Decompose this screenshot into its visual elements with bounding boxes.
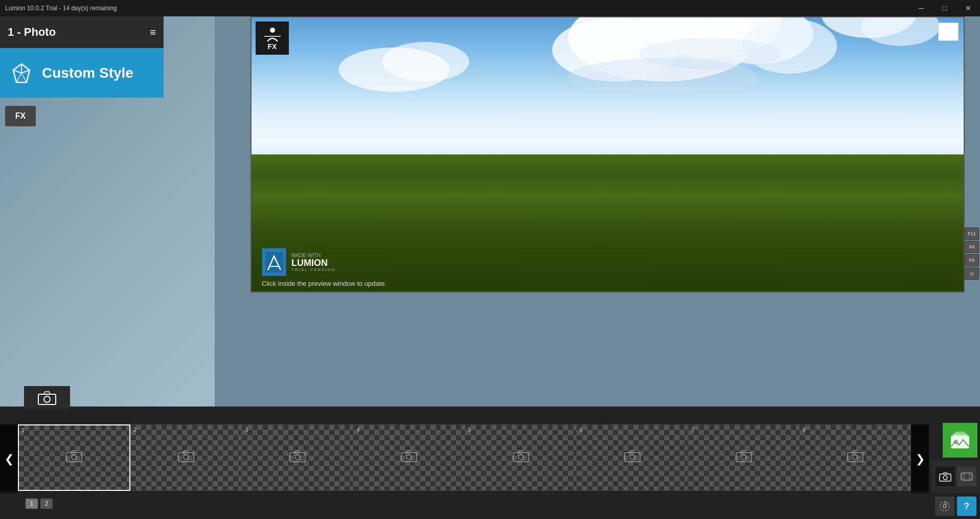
filmstrip-item-number: 8 [803, 426, 806, 433]
filmstrip-prev-button[interactable]: ❮ [0, 424, 18, 493]
svg-rect-36 [953, 434, 967, 436]
svg-point-34 [853, 455, 858, 460]
svg-rect-29 [625, 453, 640, 462]
viewport-fx-label: FX [268, 42, 277, 51]
svg-point-18 [44, 396, 50, 402]
titlebar: Lumion 10.0.2 Trial - 14 day(s) remainin… [0, 0, 980, 16]
custom-style-label: Custom Style [42, 65, 133, 81]
svg-rect-44 [961, 478, 963, 480]
active-photo-mode-button[interactable] [943, 423, 977, 458]
svg-point-32 [741, 455, 746, 460]
filmstrip-item-number: 5 [468, 426, 471, 433]
bottom-strip: ❮ 12345678 ❯ 1 2 [0, 407, 980, 519]
filmstrip-camera-icon [736, 449, 752, 466]
titlebar-title: Lumion 10.0.2 Trial - 14 day(s) remainin… [0, 5, 117, 12]
filmstrip-item-number: 7 [691, 426, 694, 433]
right-function-keys: F11 F8 F6 U [965, 228, 980, 280]
svg-rect-45 [970, 478, 972, 480]
filmstrip-item-3[interactable]: 3 [242, 424, 353, 491]
svg-rect-27 [513, 453, 529, 462]
filmstrip-next-button[interactable]: ❯ [911, 424, 929, 493]
viewport[interactable]: FX MADE WITH LUMION TRIAL VERSION Click … [250, 16, 965, 292]
svg-rect-42 [961, 473, 963, 476]
titlebar-controls: ─ □ ✕ [909, 0, 980, 16]
clouds-svg [252, 17, 964, 165]
svg-point-20 [72, 455, 77, 460]
settings-help-row: ? [931, 493, 980, 519]
mode-top-row [936, 467, 976, 486]
viewport-fx-button[interactable]: FX [256, 21, 289, 55]
svg-rect-19 [66, 453, 82, 462]
lumion-logo-box [262, 248, 286, 276]
svg-point-53 [940, 502, 949, 511]
filmstrip-camera-icon [289, 449, 306, 466]
svg-point-15 [270, 28, 275, 33]
filmstrip-camera-icon [66, 449, 82, 466]
f6-key[interactable]: F6 [965, 254, 979, 266]
svg-line-3 [21, 73, 27, 82]
filmstrip-item-1[interactable]: 1 [18, 424, 130, 491]
filmstrip-item-number: 1 [21, 427, 25, 433]
u-key[interactable]: U [965, 267, 979, 280]
photo-tab[interactable]: 1 - Photo ≡ [0, 16, 164, 48]
filmstrip-item-4[interactable]: 4 [353, 424, 465, 491]
photo-mode-button[interactable] [936, 467, 955, 486]
movie-mode-icon [961, 471, 973, 482]
svg-point-24 [295, 455, 300, 460]
photo-tab-title: 1 - Photo [8, 26, 56, 39]
svg-point-12 [861, 17, 940, 46]
viewport-sky [252, 17, 964, 165]
svg-rect-33 [848, 453, 863, 462]
filmstrip-item-number: 4 [356, 426, 359, 433]
svg-rect-25 [401, 453, 417, 462]
f8-key[interactable]: F8 [965, 241, 979, 253]
lumion-text: MADE WITH LUMION TRIAL VERSION [291, 253, 336, 272]
custom-style-button[interactable]: Custom Style [0, 48, 164, 98]
svg-line-2 [16, 73, 21, 82]
filmstrip-item-5[interactable]: 5 [465, 424, 577, 491]
svg-point-30 [630, 455, 635, 460]
camera-mode-icon [939, 471, 951, 482]
settings-button[interactable] [935, 497, 954, 516]
svg-rect-23 [290, 453, 305, 462]
minimize-button[interactable]: ─ [909, 0, 933, 16]
svg-point-22 [184, 455, 189, 460]
filmstrip-camera-icon [513, 449, 529, 466]
page-1-button[interactable]: 1 [26, 499, 38, 509]
filmstrip-item-6[interactable]: 6 [577, 424, 688, 491]
lumion-watermark: MADE WITH LUMION TRIAL VERSION [262, 248, 336, 276]
help-button[interactable]: ? [957, 497, 976, 516]
svg-rect-35 [951, 436, 969, 448]
filmstrip-item-8[interactable]: 8 [800, 424, 911, 491]
page-indicators: 1 2 [26, 499, 53, 509]
settings-icon [939, 501, 950, 512]
svg-rect-43 [970, 473, 972, 476]
filmstrip-camera-icon [847, 449, 863, 466]
f11-key[interactable]: F11 [965, 228, 979, 240]
svg-rect-39 [940, 474, 951, 481]
filmstrip-item-number: 3 [245, 426, 248, 433]
filmstrip-item-7[interactable]: 7 [688, 424, 800, 491]
page-2-button[interactable]: 2 [40, 499, 53, 509]
movie-mode-button[interactable] [957, 467, 976, 486]
fx-button[interactable]: FX [5, 106, 36, 126]
filmstrip-item-2[interactable]: 2 [130, 424, 242, 491]
restore-button[interactable]: □ [933, 0, 956, 16]
menu-icon[interactable]: ≡ [150, 27, 156, 38]
camera-icon-button[interactable] [24, 386, 70, 409]
close-button[interactable]: ✕ [956, 0, 980, 16]
svg-point-28 [518, 455, 523, 460]
filmstrip-item-number: 2 [133, 426, 136, 433]
person-landscape-icon [263, 26, 282, 42]
trial-text: TRIAL VERSION [291, 267, 336, 272]
svg-point-52 [943, 505, 946, 508]
viewport-thumbnail-square[interactable] [938, 22, 959, 41]
fx-label: FX [15, 111, 26, 121]
made-with-text: MADE WITH [291, 253, 336, 258]
svg-point-10 [382, 42, 469, 81]
svg-point-40 [943, 476, 947, 480]
filmstrip-items: 12345678 [18, 424, 911, 491]
filmstrip: ❮ 12345678 ❯ [0, 424, 929, 491]
lumion-brand-text: LUMION [291, 258, 336, 267]
filmstrip-camera-icon [624, 449, 641, 466]
